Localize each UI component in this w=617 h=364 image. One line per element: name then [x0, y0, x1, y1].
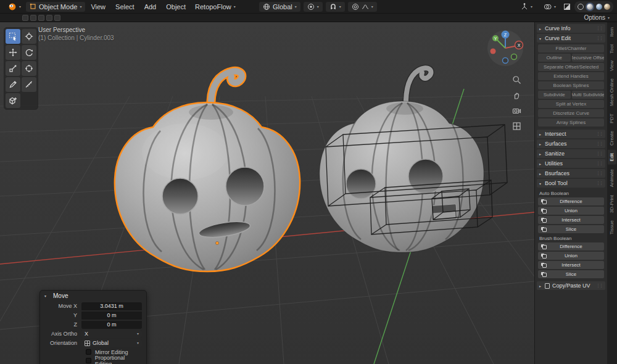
tool-measure[interactable] [22, 77, 36, 92]
operator-panel-header[interactable]: ▾ Move [40, 291, 146, 301]
panel-drag-handle[interactable]: ⋮⋮ [596, 283, 603, 288]
multi-subdivide-button[interactable]: Multi Subdivide [572, 91, 605, 99]
button-label: Union [565, 208, 578, 213]
panel-sanitize[interactable]: ▸ Sanitize ⋮⋮ [537, 149, 605, 158]
tool-scale[interactable] [6, 61, 20, 76]
blender-window: ▾ Object Mode ▾ View Select Add Object R… [0, 0, 617, 364]
select-intersect-icon[interactable] [54, 15, 60, 21]
tool-annotate[interactable] [6, 77, 20, 92]
shading-solid-button[interactable] [586, 2, 594, 11]
xray-toggle-icon[interactable] [563, 3, 571, 10]
panel-intersect[interactable]: ▸ Intersect ⋮⋮ [537, 130, 605, 138]
fillet-chamfer-button[interactable]: Fillet/Chamfer [538, 44, 604, 52]
panel-drag-handle[interactable]: ⋮⋮ [596, 141, 603, 146]
move-z-field[interactable]: 0 m [81, 321, 142, 329]
retopoflow-menu[interactable]: RetopoFlow ▾ [191, 2, 239, 12]
mirror-editing-checkbox[interactable] [86, 349, 91, 355]
select-invert-icon[interactable] [46, 15, 52, 21]
auto-difference-button[interactable]: Difference [538, 197, 604, 205]
panel-drag-handle[interactable]: ⋮⋮ [596, 181, 603, 186]
pivot-dropdown[interactable]: ▾ [304, 2, 323, 12]
mode-dropdown[interactable]: Object Mode ▾ [26, 2, 85, 12]
outline-button[interactable]: Outline [538, 54, 571, 62]
gizmo-z-label[interactable]: Z [504, 33, 507, 37]
zoom-icon[interactable] [512, 75, 521, 85]
options-dropdown[interactable]: Options ▾ [582, 14, 612, 22]
gizmos-dropdown[interactable]: ▾ [517, 2, 536, 12]
separate-offset-button[interactable]: Separate Offset/Selected [538, 63, 604, 71]
orientation-dropdown[interactable]: Global ▾ [259, 2, 300, 12]
menu-add[interactable]: Add [140, 2, 161, 12]
subdivide-button[interactable]: Subdivide [538, 91, 571, 99]
extend-handles-button[interactable]: Extend Handles [538, 72, 604, 80]
select-new-icon[interactable] [22, 15, 28, 21]
overlays-dropdown[interactable]: ▾ [540, 2, 560, 12]
tab-edit[interactable]: Edit [608, 150, 616, 165]
snap-dropdown[interactable]: ▾ [326, 2, 345, 12]
tab-pdt[interactable]: PDT [608, 110, 616, 126]
panel-drag-handle[interactable]: ⋮⋮ [596, 131, 603, 136]
tab-mesh-online[interactable]: Mesh Online [608, 75, 616, 109]
panel-copy-paste-uv[interactable]: ▸ Copy/Paste UV ⋮⋮ [537, 281, 605, 290]
menu-view[interactable]: View [86, 2, 110, 12]
tab-animate[interactable]: Animate [608, 166, 616, 190]
panel-surfaces[interactable]: ▸ Surfaces ⋮⋮ [537, 139, 605, 148]
boolean-splines-button[interactable]: Boolean Splines [538, 81, 604, 89]
tab-create[interactable]: Create [608, 128, 616, 149]
tool-cursor[interactable] [22, 29, 36, 44]
tab-tool[interactable]: Tool [608, 41, 616, 57]
discretize-curve-button[interactable]: Discretize Curve [538, 109, 604, 117]
recursive-offset-button[interactable]: Recursive Offset [572, 54, 605, 62]
panel-drag-handle[interactable]: ⋮⋮ [596, 151, 603, 156]
proportional-editing-dropdown[interactable]: ▾ [348, 2, 377, 12]
tool-add-cube[interactable] [6, 93, 20, 108]
panel-drag-handle[interactable]: ⋮⋮ [596, 161, 603, 166]
orientation-select[interactable]: Global ▾ [81, 339, 142, 347]
split-at-vertex-button[interactable]: Split at Vertex [538, 100, 604, 108]
panel-curve-info[interactable]: ▸ Curve Info ⋮⋮ [537, 24, 605, 33]
shading-rendered-button[interactable] [604, 4, 610, 10]
menu-object[interactable]: Object [162, 2, 190, 12]
view-perspective-label: User Perspective [38, 26, 114, 34]
navigation-gizmo[interactable]: Z X Y [486, 28, 524, 67]
panel-curve-edit[interactable]: ▾ Curve Edit ⋮⋮ [537, 34, 605, 43]
gizmo-x-label[interactable]: X [518, 43, 521, 48]
brush-slice-button[interactable]: Slice [538, 270, 604, 278]
panel-utilities[interactable]: ▸ Utilities ⋮⋮ [537, 159, 605, 168]
brush-difference-button[interactable]: Difference [538, 242, 604, 250]
tool-transform[interactable] [22, 61, 36, 76]
tool-move[interactable] [6, 45, 20, 60]
panel-drag-handle[interactable]: ⋮⋮ [596, 171, 603, 176]
menu-select[interactable]: Select [111, 2, 139, 12]
brush-union-button[interactable]: Union [538, 252, 604, 260]
auto-union-button[interactable]: Union [538, 207, 604, 215]
tab-item[interactable]: Item [608, 24, 616, 40]
tool-rotate[interactable] [22, 45, 36, 60]
panel-bsurfaces[interactable]: ▸ Bsurfaces ⋮⋮ [537, 169, 605, 178]
auto-slice-button[interactable]: Slice [538, 225, 604, 233]
editor-type-button[interactable]: ▾ [4, 1, 25, 12]
shading-wireframe-button[interactable] [578, 4, 584, 10]
array-splines-button[interactable]: Array Splines [538, 118, 604, 126]
shading-material-button[interactable] [596, 4, 602, 10]
pan-hand-icon[interactable] [512, 91, 521, 100]
perspective-toggle-icon[interactable] [512, 122, 521, 131]
move-x-field[interactable]: 3.0431 m [81, 302, 142, 310]
select-extend-icon[interactable] [30, 15, 36, 21]
select-subtract-icon[interactable] [38, 15, 44, 21]
tab-view[interactable]: View [608, 57, 616, 74]
tool-select-box[interactable] [6, 29, 20, 44]
tab-3d-print[interactable]: 3D-Print [608, 192, 616, 216]
panel-drag-handle[interactable]: ⋮⋮ [596, 36, 603, 41]
axis-ortho-select[interactable]: X ▾ [81, 330, 142, 338]
auto-intersect-button[interactable]: Intersect [538, 216, 604, 224]
camera-view-icon[interactable] [512, 106, 521, 115]
brush-intersect-button[interactable]: Intersect [538, 261, 604, 269]
panel-drag-handle[interactable]: ⋮⋮ [596, 26, 603, 31]
proportional-editing-checkbox[interactable] [86, 358, 91, 363]
move-y-field[interactable]: 0 m [81, 312, 142, 320]
gizmo-y-label[interactable]: Y [494, 36, 497, 41]
orientation-label: Global [273, 3, 292, 10]
panel-bool-tool[interactable]: ▾ Bool Tool ⋮⋮ [537, 179, 605, 188]
tab-tissue[interactable]: Tissue [608, 217, 616, 238]
